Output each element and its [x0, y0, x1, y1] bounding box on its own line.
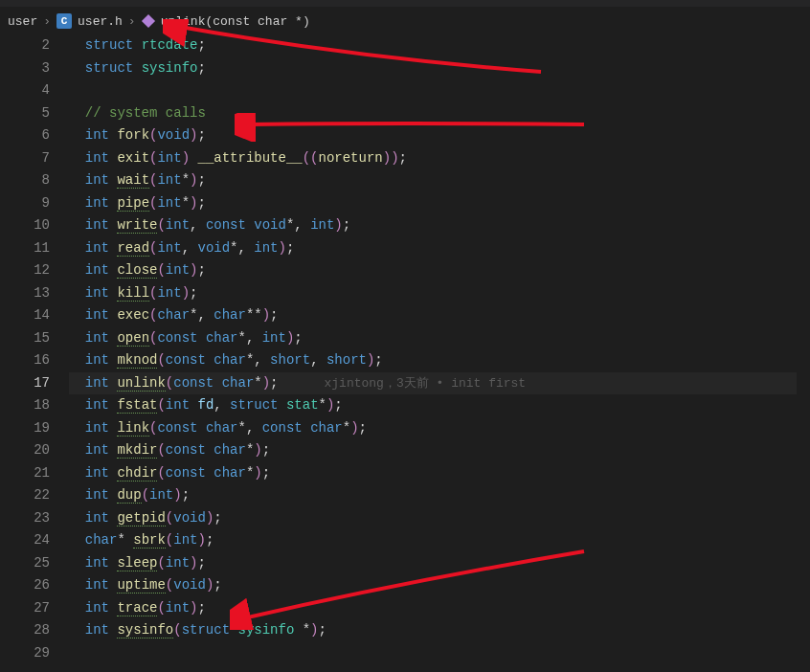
line-number[interactable]: 14: [0, 304, 50, 327]
line-number[interactable]: 18: [0, 394, 50, 417]
code-token: char: [85, 532, 118, 548]
minimap[interactable]: [797, 34, 810, 672]
code-token: ,: [238, 240, 255, 256]
code-line[interactable]: int read(int, void*, int);: [69, 237, 810, 260]
code-line[interactable]: int link(const char*, const char*);: [69, 417, 810, 440]
code-token: *: [343, 420, 350, 436]
code-token: (: [157, 262, 165, 278]
code-token: ): [254, 442, 261, 458]
line-number[interactable]: 8: [0, 169, 50, 192]
code-line[interactable]: int exec(char*, char**);: [69, 304, 810, 327]
code-line[interactable]: int unlink(const char*);xjintong，3天前 • i…: [69, 372, 810, 395]
code-token: unlink: [117, 375, 165, 392]
code-line[interactable]: int sleep(int);: [69, 552, 810, 575]
line-number[interactable]: 13: [0, 282, 50, 305]
code-line[interactable]: int fork(void);: [69, 124, 810, 147]
code-token: sysinfo: [117, 622, 173, 638]
breadcrumb-file[interactable]: user.h: [78, 14, 123, 29]
line-number[interactable]: 29: [0, 642, 50, 665]
code-token: *: [117, 532, 133, 548]
code-line[interactable]: [69, 79, 810, 102]
line-number[interactable]: 6: [0, 124, 50, 147]
code-token: char: [214, 465, 246, 481]
code-token: [133, 60, 141, 76]
code-line[interactable]: int mkdir(const char*);: [69, 439, 810, 462]
code-content[interactable]: struct rtcdate; struct sysinfo; // syste…: [69, 34, 810, 672]
code-line[interactable]: int wait(int*);: [69, 169, 810, 192]
code-line[interactable]: int dup(int);: [69, 484, 810, 507]
code-line[interactable]: int uptime(void);: [69, 574, 810, 597]
code-token: int: [85, 217, 109, 233]
code-token: ): [334, 217, 342, 233]
code-line[interactable]: int open(const char*, int);: [69, 327, 810, 350]
code-token: getpid: [117, 510, 165, 526]
code-token: int: [262, 330, 286, 346]
line-number[interactable]: 21: [0, 462, 50, 485]
code-token: (: [166, 532, 173, 548]
line-number[interactable]: 23: [0, 507, 50, 530]
code-token: ,: [197, 307, 214, 323]
code-token: void: [173, 510, 206, 526]
code-token: pipe: [117, 195, 149, 212]
code-line[interactable]: int kill(int);: [69, 282, 810, 305]
line-number[interactable]: 12: [0, 259, 50, 282]
chevron-right-icon: ›: [128, 14, 136, 29]
code-line[interactable]: int close(int);: [69, 259, 810, 282]
code-line[interactable]: struct rtcdate;: [69, 34, 810, 57]
code-line[interactable]: [69, 642, 810, 665]
code-line[interactable]: int fstat(int fd, struct stat*);: [69, 394, 810, 417]
code-token: short: [270, 352, 310, 368]
code-token: [197, 330, 205, 346]
code-line[interactable]: // system calls: [69, 102, 810, 125]
line-number[interactable]: 4: [0, 79, 50, 102]
code-token: (: [157, 600, 165, 616]
code-line[interactable]: int pipe(int*);: [69, 192, 810, 215]
line-number[interactable]: 16: [0, 349, 50, 372]
code-token: int: [166, 397, 190, 413]
line-number[interactable]: 19: [0, 417, 50, 440]
code-line[interactable]: int chdir(const char*);: [69, 462, 810, 485]
line-number[interactable]: 25: [0, 552, 50, 575]
code-line[interactable]: struct sysinfo;: [69, 57, 810, 80]
code-token: read: [117, 240, 149, 257]
line-number[interactable]: 5: [0, 102, 50, 125]
code-line[interactable]: int mknod(const char*, short, short);: [69, 349, 810, 372]
line-number[interactable]: 10: [0, 214, 50, 237]
line-number[interactable]: 9: [0, 192, 50, 215]
line-number[interactable]: 28: [0, 619, 50, 642]
code-editor[interactable]: 2345678910111213141516171819202122232425…: [0, 34, 810, 672]
breadcrumb-folder[interactable]: user: [8, 14, 37, 29]
line-number[interactable]: 2: [0, 34, 50, 57]
line-number[interactable]: 20: [0, 439, 50, 462]
code-token: // system calls: [85, 105, 206, 121]
line-number[interactable]: 27: [0, 597, 50, 620]
code-token: int: [85, 600, 109, 616]
code-token: const: [206, 217, 246, 233]
code-token: *: [254, 375, 261, 391]
code-token: short: [326, 352, 367, 368]
line-number[interactable]: 7: [0, 147, 50, 170]
line-number[interactable]: 11: [0, 237, 50, 260]
code-token: ): [262, 307, 270, 323]
breadcrumb-symbol[interactable]: unlink(const char *): [161, 14, 310, 29]
code-line[interactable]: int exit(int) __attribute__((noreturn));: [69, 147, 810, 170]
line-number[interactable]: 3: [0, 57, 50, 80]
code-token: int: [85, 352, 109, 368]
breadcrumb[interactable]: user › C user.h › unlink(const char *): [0, 8, 810, 34]
line-number[interactable]: 17: [0, 372, 50, 395]
line-number[interactable]: 22: [0, 484, 50, 507]
code-token: char: [214, 307, 246, 323]
code-token: int: [85, 330, 109, 346]
code-line[interactable]: int trace(int);: [69, 597, 810, 620]
code-token: __attribute__: [197, 150, 302, 166]
line-number[interactable]: 26: [0, 574, 50, 597]
editor-tabs[interactable]: [0, 0, 810, 8]
code-line[interactable]: int write(int, const void*, int);: [69, 214, 810, 237]
line-number[interactable]: 24: [0, 529, 50, 552]
code-line[interactable]: int sysinfo(struct sysinfo *);: [69, 619, 810, 642]
code-token: ;: [197, 600, 205, 616]
code-line[interactable]: char* sbrk(int);: [69, 529, 810, 552]
code-line[interactable]: int getpid(void);: [69, 507, 810, 530]
line-number-gutter[interactable]: 2345678910111213141516171819202122232425…: [0, 34, 69, 672]
line-number[interactable]: 15: [0, 327, 50, 350]
